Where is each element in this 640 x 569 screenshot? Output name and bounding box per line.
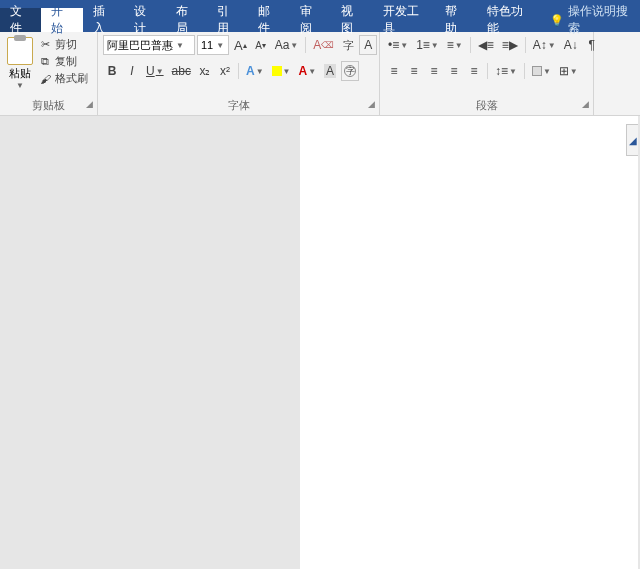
line-spacing-button[interactable]: ↕≡▼ [492, 61, 520, 81]
font-name-select[interactable]: 阿里巴巴普惠▼ [103, 35, 195, 55]
chevron-down-icon: ▼ [216, 41, 224, 50]
menu-home[interactable]: 开始 [41, 8, 82, 32]
side-pane-tab[interactable]: ◢ [626, 124, 638, 156]
font-color-button[interactable]: A▼ [295, 61, 319, 81]
separator [525, 37, 526, 53]
menu-special[interactable]: 特色功能 [477, 8, 540, 32]
chevron-down-icon: ▼ [16, 81, 24, 90]
font-group-label: 字体 [228, 99, 250, 111]
change-case-button[interactable]: Aa▼ [272, 35, 302, 55]
highlight-icon [272, 66, 282, 76]
paste-icon [7, 37, 33, 65]
highlight-button[interactable]: ▼ [269, 61, 294, 81]
menu-file[interactable]: 文件 [0, 8, 41, 32]
text-direction-button[interactable]: A↕▼ [530, 35, 559, 55]
document-canvas: ◢ ↲ 辅助列↲ ↲ 诸葛亮↓ 诸葛亮↲ ↲ 周瑜↓ 周瑜↓ 周瑜↲ ↲ 马可波… [0, 116, 640, 569]
align-right-button[interactable]: ≡ [425, 61, 443, 81]
enclose-char-button[interactable]: 字 [341, 61, 359, 81]
clipboard-group-label: 剪贴板 [32, 99, 65, 111]
underline-button[interactable]: U▼ [143, 61, 167, 81]
menu-help[interactable]: 帮助 [435, 8, 476, 32]
menu-mail[interactable]: 邮件 [248, 8, 289, 32]
separator [470, 37, 471, 53]
superscript-button[interactable]: x² [216, 61, 234, 81]
copy-icon: ⧉ [38, 55, 52, 69]
group-font: 阿里巴巴普惠▼ 11▼ A▴ A▾ Aa▼ A⌫ 字 A B I U▼ abc … [98, 32, 380, 115]
menu-references[interactable]: 引用 [207, 8, 248, 32]
clear-formatting-button[interactable]: A⌫ [310, 35, 337, 55]
subscript-button[interactable]: x₂ [196, 61, 214, 81]
menu-dev[interactable]: 开发工具 [373, 8, 436, 32]
group-styles [594, 32, 640, 115]
strikethrough-button[interactable]: abc [169, 61, 194, 81]
chevron-down-icon: ▼ [176, 41, 184, 50]
grow-font-button[interactable]: A▴ [231, 35, 250, 55]
bold-button[interactable]: B [103, 61, 121, 81]
align-distribute-button[interactable]: ≡ [465, 61, 483, 81]
copy-button[interactable]: ⧉复制 [38, 54, 88, 69]
shading-button[interactable]: ▼ [529, 61, 554, 81]
scissors-icon: ✂ [38, 38, 52, 52]
char-border-button[interactable]: A [359, 35, 377, 55]
ribbon: 粘贴 ▼ ✂剪切 ⧉复制 🖌格式刷 剪贴板◢ 阿里巴巴普惠▼ 11▼ A▴ A▾… [0, 32, 640, 116]
paragraph-dialog-launcher[interactable]: ◢ [582, 99, 589, 109]
brush-icon: 🖌 [38, 72, 52, 86]
separator [524, 63, 525, 79]
clipboard-dialog-launcher[interactable]: ◢ [86, 99, 93, 109]
format-painter-button[interactable]: 🖌格式刷 [38, 71, 88, 86]
sort-button[interactable]: A↓ [561, 35, 581, 55]
align-center-button[interactable]: ≡ [405, 61, 423, 81]
shading-icon [532, 66, 542, 76]
menu-bar: 文件 开始 插入 设计 布局 引用 邮件 审阅 视图 开发工具 帮助 特色功能 … [0, 8, 640, 32]
menu-design[interactable]: 设计 [124, 8, 165, 32]
text-effects-button[interactable]: A▼ [243, 61, 267, 81]
menu-review[interactable]: 审阅 [290, 8, 331, 32]
char-shading-button[interactable]: A [321, 61, 339, 81]
font-size-select[interactable]: 11▼ [197, 35, 229, 55]
menu-view[interactable]: 视图 [331, 8, 372, 32]
italic-button[interactable]: I [123, 61, 141, 81]
paste-label: 粘贴 [9, 66, 31, 81]
group-clipboard: 粘贴 ▼ ✂剪切 ⧉复制 🖌格式刷 剪贴板◢ [0, 32, 98, 115]
separator [487, 63, 488, 79]
menu-insert[interactable]: 插入 [83, 8, 124, 32]
shrink-font-button[interactable]: A▾ [252, 35, 270, 55]
group-paragraph: •≡▼ 1≡▼ ≡▼ ◀≡ ≡▶ A↕▼ A↓ ¶ ≡ ≡ ≡ ≡ ≡ ↕≡▼ [380, 32, 594, 115]
separator [305, 37, 306, 53]
cut-button[interactable]: ✂剪切 [38, 37, 88, 52]
page[interactable]: ◢ ↲ 辅助列↲ ↲ 诸葛亮↓ 诸葛亮↲ ↲ 周瑜↓ 周瑜↓ 周瑜↲ ↲ 马可波… [300, 116, 638, 569]
tell-me-search[interactable]: 💡 操作说明搜索 [540, 8, 640, 32]
align-left-button[interactable]: ≡ [385, 61, 403, 81]
multilevel-button[interactable]: ≡▼ [444, 35, 466, 55]
menu-layout[interactable]: 布局 [166, 8, 207, 32]
lightbulb-icon: 💡 [550, 13, 564, 27]
bullets-button[interactable]: •≡▼ [385, 35, 411, 55]
increase-indent-button[interactable]: ≡▶ [499, 35, 521, 55]
borders-button[interactable]: ⊞▼ [556, 61, 581, 81]
paragraph-group-label: 段落 [476, 99, 498, 111]
phonetic-guide-button[interactable]: 字 [339, 35, 357, 55]
decrease-indent-button[interactable]: ◀≡ [475, 35, 497, 55]
separator [238, 63, 239, 79]
font-dialog-launcher[interactable]: ◢ [368, 99, 375, 109]
numbering-button[interactable]: 1≡▼ [413, 35, 442, 55]
align-justify-button[interactable]: ≡ [445, 61, 463, 81]
paste-button[interactable]: 粘贴 ▼ [5, 35, 35, 90]
